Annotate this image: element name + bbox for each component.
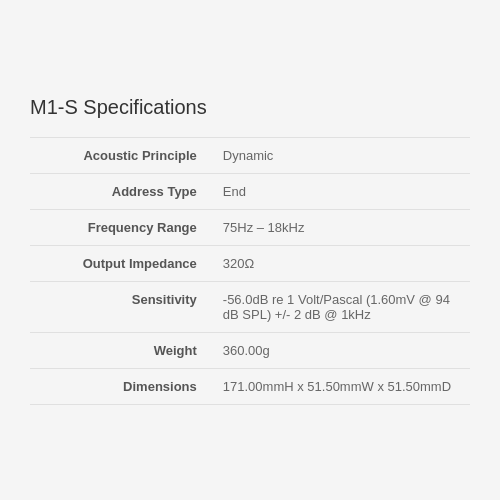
- table-row: Frequency Range75Hz – 18kHz: [30, 209, 470, 245]
- page-title: M1-S Specifications: [30, 96, 470, 119]
- spec-label: Output Impedance: [30, 245, 215, 281]
- spec-label: Acoustic Principle: [30, 137, 215, 173]
- table-row: Address TypeEnd: [30, 173, 470, 209]
- spec-label: Address Type: [30, 173, 215, 209]
- specs-container: M1-S Specifications Acoustic PrincipleDy…: [20, 76, 480, 425]
- spec-value: 75Hz – 18kHz: [215, 209, 470, 245]
- spec-value: 360.00g: [215, 332, 470, 368]
- table-row: Weight360.00g: [30, 332, 470, 368]
- spec-value: End: [215, 173, 470, 209]
- spec-label: Sensitivity: [30, 281, 215, 332]
- spec-value: -56.0dB re 1 Volt/Pascal (1.60mV @ 94 dB…: [215, 281, 470, 332]
- table-row: Acoustic PrincipleDynamic: [30, 137, 470, 173]
- spec-value: Dynamic: [215, 137, 470, 173]
- table-row: Dimensions171.00mmH x 51.50mmW x 51.50mm…: [30, 368, 470, 404]
- spec-value: 171.00mmH x 51.50mmW x 51.50mmD: [215, 368, 470, 404]
- spec-value: 320Ω: [215, 245, 470, 281]
- spec-label: Weight: [30, 332, 215, 368]
- spec-label: Frequency Range: [30, 209, 215, 245]
- table-row: Sensitivity-56.0dB re 1 Volt/Pascal (1.6…: [30, 281, 470, 332]
- spec-label: Dimensions: [30, 368, 215, 404]
- specs-table: Acoustic PrincipleDynamicAddress TypeEnd…: [30, 137, 470, 405]
- table-row: Output Impedance320Ω: [30, 245, 470, 281]
